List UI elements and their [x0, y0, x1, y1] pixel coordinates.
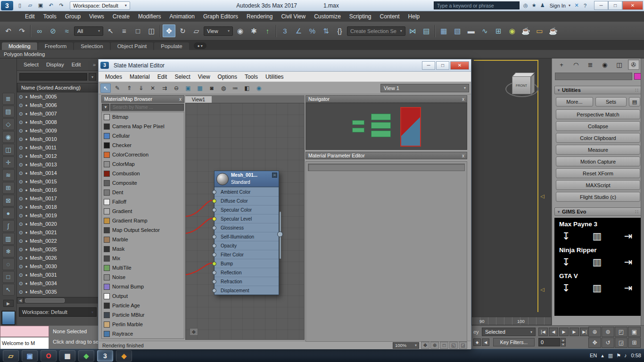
scroll-left-icon[interactable]: ◀	[17, 297, 24, 304]
undo-icon[interactable]: ↶	[2, 25, 15, 37]
help-icon[interactable]: ?	[581, 1, 589, 10]
sign-in-button[interactable]: Sign In	[549, 3, 567, 8]
rendered-frame-icon[interactable]: ▭	[533, 25, 546, 37]
spinner-up-icon[interactable]: ▲	[561, 338, 566, 342]
map-type-item[interactable]: MultiTile	[102, 263, 184, 272]
close-button[interactable]: ✕	[622, 1, 643, 10]
list-item[interactable]: ⊙ ● Mesh_0016	[17, 186, 99, 194]
export-icon[interactable]: ⇥	[624, 282, 632, 294]
separator[interactable]	[30, 25, 31, 37]
slot-socket[interactable]	[212, 244, 216, 248]
set-key-icon[interactable]: ◆	[473, 338, 481, 346]
map-type-item[interactable]: Combustion	[102, 169, 184, 178]
list-item[interactable]: ⊙ ● Mesh_0014	[17, 169, 99, 177]
map-type-item[interactable]: Noise	[102, 272, 184, 282]
display-frozen-icon[interactable]: ❄	[2, 246, 15, 257]
list-item[interactable]: ⊙ ● Mesh_0006	[17, 101, 99, 109]
menu-item[interactable]: Select	[171, 72, 194, 82]
navigator-header[interactable]: Navigator x	[305, 95, 467, 103]
list-item[interactable]: ⊙ ● Mesh_0005	[17, 92, 99, 101]
canvas-pan-icon[interactable]: ✥	[190, 328, 198, 336]
visibility-eye-icon[interactable]: ⊙	[19, 222, 23, 227]
visibility-eye-icon[interactable]: ⊙	[19, 196, 23, 201]
orbit-icon[interactable]: ↺	[602, 337, 614, 348]
slot-socket[interactable]	[212, 288, 216, 293]
pan-icon[interactable]: ✥	[588, 337, 601, 348]
list-item[interactable]: ⊙ ● Mesh_0030	[17, 262, 99, 271]
material-slot[interactable]: Ambient Color	[215, 187, 279, 196]
utility-button[interactable]: Motion Capture	[556, 156, 640, 166]
auto-key-button-partial[interactable]: ey	[473, 329, 479, 335]
save-file-icon[interactable]: ▣	[36, 1, 45, 10]
list-item[interactable]: ⊙ ● Mesh_0017	[17, 194, 99, 203]
menu-item[interactable]: Content	[376, 11, 404, 22]
gims-rollout-header[interactable]: ▾ GIMS Evo ∷	[554, 207, 642, 216]
visibility-eye-icon[interactable]: ⊙	[19, 239, 23, 244]
show-grid-icon[interactable]: ▦	[195, 83, 205, 93]
menu-item[interactable]: Customize	[310, 11, 345, 22]
motion-tab-icon[interactable]: ◉	[599, 59, 611, 70]
mirror-icon[interactable]: ⋈	[406, 25, 419, 37]
visibility-eye-icon[interactable]: ⊙	[19, 281, 23, 286]
minimap-view-frame[interactable]	[400, 107, 421, 147]
taskbar-opera-button[interactable]: O	[41, 350, 57, 362]
align-icon[interactable]: ▤	[420, 25, 433, 37]
list-item[interactable]: ⊙ ● Mesh_0034	[17, 279, 99, 288]
keyboard-override-icon[interactable]: ↑	[261, 25, 274, 37]
list-item[interactable]: ⊙ ● Mesh_0010	[17, 135, 99, 143]
selection-set-combo[interactable]: Create Selection Se	[347, 26, 405, 36]
material-slot[interactable]: Reflection	[215, 268, 279, 277]
trash-icon[interactable]: ▥	[593, 230, 602, 242]
material-slot[interactable]: Specular Level	[215, 214, 279, 223]
search-scope-icon[interactable]: ◎	[521, 1, 530, 10]
menu-item[interactable]: Scripting	[345, 11, 376, 22]
close-icon[interactable]: x	[179, 97, 182, 102]
scene-explorer-search-input[interactable]	[19, 73, 87, 81]
tray-expand-icon[interactable]: ▴	[601, 353, 604, 359]
explorer-tab[interactable]: Select	[20, 61, 42, 68]
3dsmax-logo-icon[interactable]: 3	[1, 1, 13, 10]
list-item[interactable]: ⊙ ● Mesh_0020	[17, 220, 99, 228]
select-none-icon[interactable]: □	[2, 271, 15, 283]
snaps-toggle-icon[interactable]: 3	[279, 25, 291, 37]
layout-all-icon[interactable]: ≔	[230, 83, 240, 93]
node-output-socket[interactable]	[277, 231, 283, 237]
visibility-eye-icon[interactable]: ⊙	[19, 213, 23, 218]
map-type-item[interactable]: Composite	[102, 178, 184, 188]
slot-socket[interactable]	[212, 190, 216, 194]
current-frame-field[interactable]: 0	[538, 338, 560, 346]
slot-socket[interactable]	[212, 208, 216, 212]
key-filters-button[interactable]: Key Filters...	[493, 338, 535, 346]
ribbon-tab[interactable]: Populate	[154, 42, 189, 50]
navigator-minimap[interactable]	[305, 103, 467, 150]
zoom-icon[interactable]: ⊕	[588, 327, 601, 337]
menu-item[interactable]: Group	[61, 11, 85, 22]
list-item[interactable]: ⊙ ● Mesh_0035	[17, 288, 99, 296]
close-icon[interactable]: x	[462, 153, 464, 158]
map-type-item[interactable]: Particle Age	[102, 301, 184, 310]
visibility-eye-icon[interactable]: ⊙	[19, 188, 23, 193]
maxscript-listener-input[interactable]	[0, 326, 49, 337]
display-tab-icon[interactable]: ◫	[613, 59, 625, 70]
browser-options-icon[interactable]: ▼	[102, 104, 109, 111]
trash-icon[interactable]: ▥	[593, 282, 602, 294]
material-slot[interactable]: Refraction	[215, 277, 279, 286]
utility-button[interactable]: Collapse	[556, 121, 640, 131]
color-swatch-button[interactable]	[634, 73, 641, 80]
material-slot[interactable]: Glossiness	[215, 223, 279, 232]
visibility-eye-icon[interactable]: ⊙	[19, 205, 23, 210]
material-slot[interactable]: Opacity	[215, 241, 279, 250]
export-icon[interactable]: ⇥	[624, 256, 632, 268]
map-type-item[interactable]: Mix	[102, 254, 184, 263]
menu-item[interactable]: Graph Editors	[199, 11, 242, 22]
play-button-icon[interactable]: ▶	[559, 328, 569, 336]
slot-socket[interactable]	[212, 262, 216, 266]
ribbon-display-toggle[interactable]: ● ▾	[194, 42, 206, 49]
create-tab-icon[interactable]: +	[556, 59, 567, 70]
panel-field[interactable]	[555, 73, 632, 80]
select-and-link-icon[interactable]: ∞	[33, 25, 46, 37]
list-item[interactable]: ⊙ ● Mesh_0008	[17, 118, 99, 126]
zoom-extents-icon[interactable]: ◰	[615, 327, 627, 337]
splitter-arrow-icon[interactable]: ◁	[540, 193, 544, 199]
menu-item[interactable]: Edit	[21, 11, 39, 22]
